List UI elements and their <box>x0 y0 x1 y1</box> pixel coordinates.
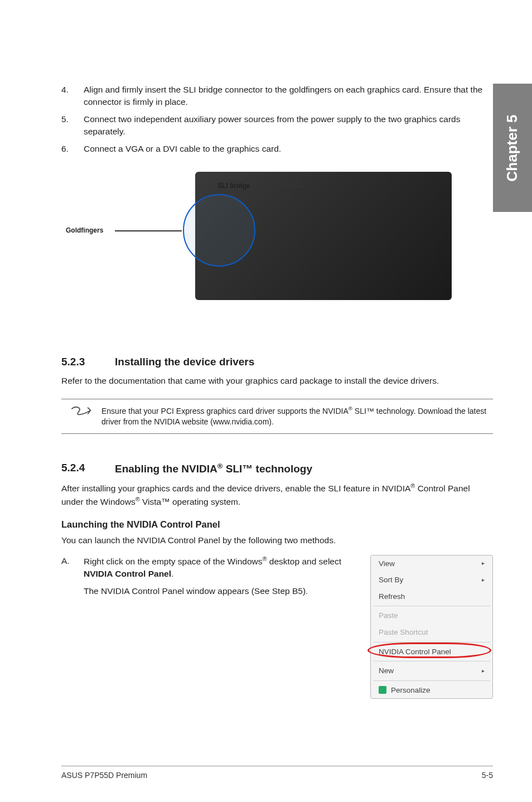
page-footer: ASUS P7P55D Premium 5-5 <box>61 766 493 780</box>
figure-leader-line <box>259 186 304 187</box>
subheading-body: You can launch the NVIDIA Control Panel … <box>61 534 493 547</box>
step-4: 4. Align and firmly insert the SLI bridg… <box>61 84 493 109</box>
section-number: 5.2.3 <box>61 356 115 368</box>
instruction-list: 4. Align and firmly insert the SLI bridg… <box>61 84 493 155</box>
figure-label-sli-bridge: SLI bridge <box>217 182 250 190</box>
ctx-personalize[interactable]: Personalize <box>371 682 492 699</box>
figure-label-goldfingers: Goldfingers <box>66 226 103 234</box>
note-box: Ensure that your PCI Express graphics ca… <box>61 399 493 434</box>
step-text: Align and firmly insert the SLI bridge c… <box>84 84 493 109</box>
ctx-view[interactable]: View <box>371 555 492 572</box>
section-5-2-3-heading: 5.2.3 Installing the device drivers <box>61 356 493 368</box>
note-text: Ensure that your PCI Express graphics ca… <box>101 405 493 428</box>
section-5-2-3-body: Refer to the documentation that came wit… <box>61 375 493 387</box>
section-5-2-4-body: After installing your graphics cards and… <box>61 482 493 508</box>
chapter-side-tab: Chapter 5 <box>493 84 532 212</box>
ctx-paste: Paste <box>371 607 492 624</box>
method-a-row: A. Right click on the empty space of the… <box>61 555 493 699</box>
step-6: 6. Connect a VGA or a DVI cable to the g… <box>61 143 493 155</box>
ctx-divider <box>373 680 490 681</box>
ctx-nvidia-control-panel[interactable]: NVIDIA Control Panel <box>371 644 492 660</box>
ctx-paste-shortcut: Paste Shortcut <box>371 624 492 641</box>
ctx-new[interactable]: New <box>371 663 492 679</box>
sli-figure: SLI bridge Goldfingers <box>61 172 493 328</box>
personalize-icon <box>379 686 386 694</box>
subheading-launching: Launching the NVIDIA Control Panel <box>61 519 493 530</box>
step-number: 5. <box>61 113 84 138</box>
ctx-divider <box>373 606 490 606</box>
note-icon <box>61 405 101 422</box>
ctx-divider <box>373 642 490 642</box>
step-text: Connect two independent auxiliary power … <box>84 113 493 138</box>
step-number: 6. <box>61 143 84 155</box>
footer-right: 5-5 <box>482 771 493 780</box>
context-menu: View Sort By Refresh Paste Paste Shortcu… <box>370 555 493 699</box>
ctx-refresh[interactable]: Refresh <box>371 588 492 605</box>
section-title: Enabling the NVIDIA® SLI™ technology <box>115 462 312 475</box>
figure-leader-line <box>115 230 182 231</box>
chapter-label: Chapter 5 <box>504 114 521 181</box>
section-number: 5.2.4 <box>61 462 115 475</box>
method-letter: A. <box>61 555 84 699</box>
ctx-divider <box>373 661 490 661</box>
footer-left: ASUS P7P55D Premium <box>61 771 147 780</box>
method-a-text: Right click on the empty space of the Wi… <box>84 555 370 699</box>
figure-highlight-circle <box>183 194 255 267</box>
section-title: Installing the device drivers <box>115 356 254 368</box>
step-number: 4. <box>61 84 84 109</box>
step-5: 5. Connect two independent auxiliary pow… <box>61 113 493 138</box>
section-5-2-4-heading: 5.2.4 Enabling the NVIDIA® SLI™ technolo… <box>61 462 493 475</box>
step-text: Connect a VGA or a DVI cable to the grap… <box>84 143 493 155</box>
ctx-sort-by[interactable]: Sort By <box>371 572 492 588</box>
